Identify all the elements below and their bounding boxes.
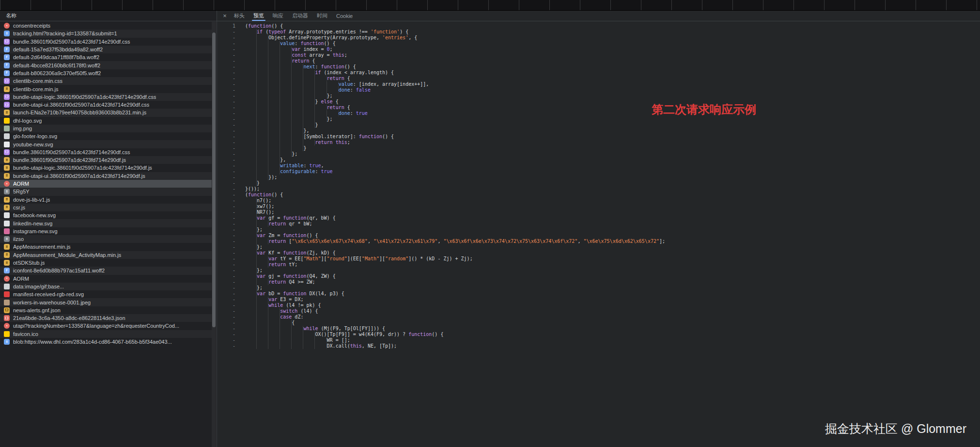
tab-preview[interactable]: 预览 [249, 11, 268, 21]
request-row[interactable]: {}bundle-utapi-ui.38601f90d25907a1dc423f… [0, 101, 212, 109]
request-row[interactable]: Ficonfont-8e6d0b88b797ac15af11.woff2 [0, 267, 212, 274]
line-number[interactable]: - [217, 227, 241, 233]
close-icon[interactable]: × [220, 11, 230, 21]
request-row[interactable]: ≡AppMeasurement.min.js [0, 243, 212, 251]
line-number[interactable]: - [217, 262, 241, 268]
request-row[interactable]: ≡bundle.38601f90d25907a1dc423fd714e290df… [0, 156, 212, 164]
line-number[interactable]: - [217, 81, 241, 87]
line-number[interactable]: - [217, 175, 241, 180]
line-number[interactable]: - [217, 268, 241, 273]
line-number[interactable]: 1 [217, 23, 241, 29]
tab-cookie[interactable]: Cookie [332, 11, 357, 21]
line-number[interactable]: - [217, 192, 241, 198]
request-row[interactable]: data:image/gif;base... [0, 283, 212, 290]
request-row[interactable]: ≡AppMeasurement_Module_ActivityMap.min.j… [0, 251, 212, 259]
line-number[interactable]: - [217, 297, 241, 303]
tab-initiator[interactable]: 启动器 [288, 11, 312, 21]
request-row[interactable]: Fdefault-15a7ed37f53bdda49a82.woff2 [0, 46, 212, 53]
line-number[interactable]: - [217, 122, 241, 128]
request-list-scrollbar[interactable] [212, 22, 216, 447]
request-row[interactable]: ≡ilzso [0, 235, 212, 243]
request-row[interactable]: ≡5Rg5Y [0, 188, 212, 195]
request-row[interactable]: glo-footer-logo.svg [0, 132, 212, 140]
line-number[interactable]: - [217, 233, 241, 239]
request-row[interactable]: ✕AORM [0, 275, 212, 283]
request-row[interactable]: workers-in-warehouse-0001.jpeg [0, 298, 212, 306]
line-number[interactable]: - [217, 256, 241, 262]
line-number[interactable]: - [217, 58, 241, 64]
line-number[interactable]: - [217, 145, 241, 151]
line-number[interactable]: - [217, 273, 241, 279]
request-row[interactable]: facebook-new.svg [0, 211, 212, 219]
line-number[interactable]: - [217, 116, 241, 122]
request-row[interactable]: youtube-new.svg [0, 140, 212, 148]
line-number[interactable]: - [217, 244, 241, 250]
tab-headers[interactable]: 标头 [230, 11, 249, 21]
preview-code-area[interactable]: 1(function() {- if (typeof Array.prototy… [217, 22, 980, 447]
tab-timing[interactable]: 时间 [312, 11, 332, 21]
request-row[interactable]: instagram-new.svg [0, 227, 212, 235]
request-row[interactable]: ≡tracking.html?tracking-id=133587&submit… [0, 30, 212, 37]
line-number[interactable]: - [217, 332, 241, 337]
line-number[interactable]: - [217, 99, 241, 105]
line-number[interactable]: - [217, 285, 241, 291]
line-number[interactable]: - [217, 204, 241, 209]
line-number[interactable]: - [217, 105, 241, 111]
line-number[interactable]: - [217, 343, 241, 349]
line-number[interactable]: - [217, 209, 241, 215]
name-column-header[interactable]: 名称 [0, 11, 217, 21]
line-number[interactable]: - [217, 320, 241, 326]
line-number[interactable]: - [217, 111, 241, 116]
line-number[interactable]: - [217, 163, 241, 169]
request-row[interactable]: ≡blob:https://www.dhl.com/283a1c4d-cd86-… [0, 338, 212, 346]
line-number[interactable]: - [217, 180, 241, 186]
scrollbar-thumb[interactable] [212, 32, 216, 327]
request-row[interactable]: ≡launch-ENa2e710b79eef40758cbb936003b8b2… [0, 109, 212, 116]
request-row[interactable]: ≡bundle-utapi-logic.38601f90d25907a1dc42… [0, 164, 212, 172]
line-number[interactable]: - [217, 128, 241, 134]
request-row[interactable]: {}bundle.38601f90d25907a1dc423fd714e290d… [0, 148, 212, 156]
line-number[interactable]: - [217, 52, 241, 58]
line-number[interactable]: - [217, 250, 241, 256]
line-number[interactable]: - [217, 186, 241, 192]
request-row[interactable]: Fdefault-b8062306a9c370ef50f5.woff2 [0, 69, 212, 77]
request-row[interactable]: favicon.ico [0, 330, 212, 338]
line-number[interactable]: - [217, 47, 241, 52]
network-overview-strip[interactable] [0, 0, 980, 11]
line-number[interactable]: - [217, 140, 241, 145]
request-row[interactable]: {}clientlib-core.min.css [0, 77, 212, 85]
request-row[interactable]: ✕utapi?trackingNumber=133587&language=zh… [0, 322, 212, 330]
line-number[interactable]: - [217, 29, 241, 35]
line-number[interactable]: - [217, 64, 241, 70]
line-number[interactable]: - [217, 215, 241, 221]
line-number[interactable]: - [217, 41, 241, 47]
request-row[interactable]: ≡clientlib-core.min.js [0, 85, 212, 93]
line-number[interactable]: - [217, 87, 241, 93]
line-number[interactable]: - [217, 151, 241, 157]
line-number[interactable]: - [217, 76, 241, 81]
line-number[interactable]: - [217, 157, 241, 163]
line-number[interactable]: - [217, 291, 241, 297]
line-number[interactable]: - [217, 326, 241, 332]
request-row[interactable]: ≡bundle-utapi-ui.38601f90d25907a1dc423fd… [0, 172, 212, 180]
request-row[interactable]: Fdefault-2d649dcaa71ff88f7b8a.woff2 [0, 53, 212, 61]
request-row[interactable]: {}bundle.38601f90d25907a1dc423fd714e290d… [0, 38, 212, 46]
line-number[interactable]: - [217, 169, 241, 175]
request-row[interactable]: linkedIn-new.svg [0, 219, 212, 227]
line-number[interactable]: - [217, 239, 241, 244]
line-number[interactable]: - [217, 314, 241, 320]
request-row[interactable]: dhl-logo.svg [0, 117, 212, 125]
request-row[interactable]: ≡dove-js-lib-v1.js [0, 196, 212, 204]
request-row[interactable]: ✕consentreceipts [0, 22, 212, 30]
line-number[interactable]: - [217, 35, 241, 41]
request-row[interactable]: ≡otSDKStub.js [0, 259, 212, 267]
line-number[interactable]: - [217, 198, 241, 204]
request-row[interactable]: ≡csr.js [0, 204, 212, 211]
line-number[interactable]: - [217, 279, 241, 285]
line-number[interactable]: - [217, 221, 241, 227]
line-number[interactable]: - [217, 134, 241, 140]
line-number[interactable]: - [217, 337, 241, 343]
request-row[interactable]: {}21ea6bde-3c6a-4350-a8dc-e86228114de3.j… [0, 314, 212, 322]
tab-response[interactable]: 响应 [268, 11, 288, 21]
request-row[interactable]: {}bundle-utapi-logic.38601f90d25907a1dc4… [0, 93, 212, 101]
